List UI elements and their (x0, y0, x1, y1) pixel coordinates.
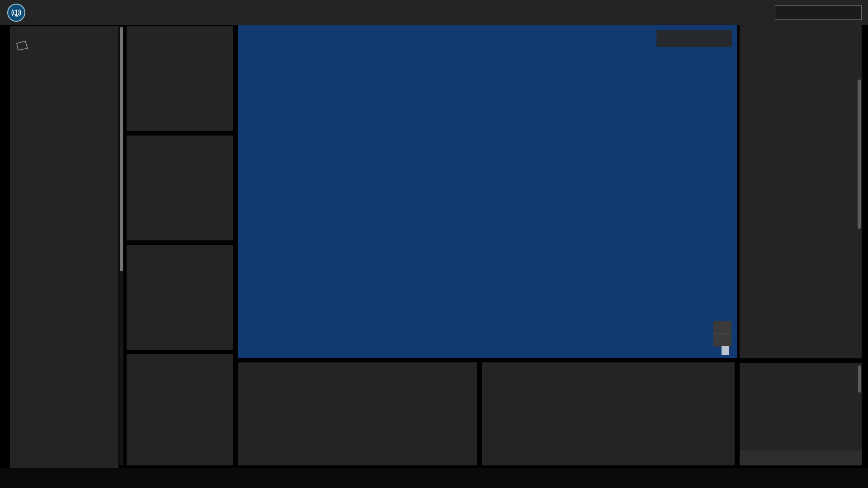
map-attribution (722, 346, 729, 355)
legend-scrollbar[interactable] (119, 26, 123, 465)
county-panel-title (740, 25, 862, 29)
coverage-scrollbar[interactable] (858, 366, 861, 393)
map-toolbar (656, 30, 732, 47)
bottom-tabbar (0, 468, 868, 488)
zoom-out-button[interactable] (713, 333, 731, 347)
legend-sidebar[interactable] (10, 26, 118, 473)
county-panel-footer (740, 33, 862, 34)
county-list-scrollbar[interactable] (858, 80, 861, 229)
map-zoom-controls (713, 321, 731, 347)
psaps-chart (482, 362, 735, 465)
state-select-dropdown[interactable] (775, 5, 862, 20)
coverage-legend-panel (740, 363, 862, 465)
kpi-am-towers (127, 354, 233, 465)
app-header (0, 0, 868, 25)
radio-tower-icon (7, 4, 25, 22)
county-data-panel (740, 25, 862, 358)
coverage-panel-title (740, 363, 862, 366)
kpi-mw-towers (127, 245, 233, 350)
kpi-psaps (127, 26, 233, 131)
coverage-pager (740, 450, 862, 465)
coverage-map[interactable] (238, 25, 737, 358)
zoom-in-button[interactable] (713, 321, 731, 333)
polygon-layer-icon (15, 40, 118, 53)
cell-towers-chart (238, 362, 477, 465)
kpi-cell-towers (127, 136, 233, 240)
